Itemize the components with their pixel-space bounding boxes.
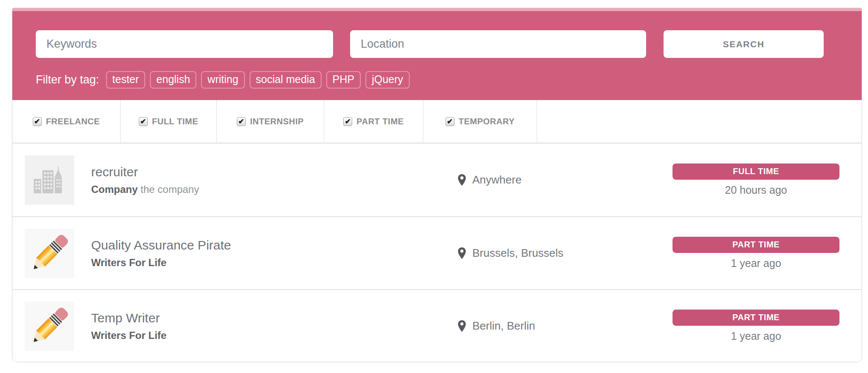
job-type-badge: PART TIME xyxy=(673,237,839,253)
posted-time: 20 hours ago xyxy=(673,184,839,196)
location-pin-icon xyxy=(457,247,466,260)
keywords-input[interactable] xyxy=(36,30,333,58)
tag-writing[interactable]: writing xyxy=(201,71,244,89)
company-name: Writers For Life xyxy=(91,330,167,341)
job-location: Anywhere xyxy=(457,173,673,186)
company-name: Writers For Life xyxy=(91,257,167,268)
location-text: Anywhere xyxy=(472,173,522,186)
job-type-temporary[interactable]: ✔ TEMPORARY xyxy=(423,100,537,143)
tag-filter-row: Filter by tag: tester english writing so… xyxy=(36,71,862,89)
checkbox-checked-icon[interactable]: ✔ xyxy=(445,117,454,126)
location-pin-icon xyxy=(457,320,466,333)
search-button[interactable]: SEARCH xyxy=(664,30,824,58)
job-company-line: Writers For Life xyxy=(91,257,457,269)
job-board: SEARCH Filter by tag: tester english wri… xyxy=(12,8,862,362)
job-type-filter-bar: ✔ FREELANCE ✔ FULL TIME ✔ INTERNSHIP ✔ P… xyxy=(12,100,862,143)
company-name: Company xyxy=(91,184,138,195)
checkbox-checked-icon[interactable]: ✔ xyxy=(139,117,148,126)
tag-php[interactable]: PHP xyxy=(326,71,361,89)
job-type-full-time[interactable]: ✔ FULL TIME xyxy=(121,100,217,143)
company-tagline: the company xyxy=(141,184,199,195)
job-listings: recruiter Company the company Anywhere F… xyxy=(12,143,862,362)
tag-jquery[interactable]: jQuery xyxy=(365,71,410,89)
job-company-line: Writers For Life xyxy=(91,330,457,341)
checkbox-checked-icon[interactable]: ✔ xyxy=(237,117,246,126)
posted-time: 1 year ago xyxy=(673,257,839,270)
job-type-internship[interactable]: ✔ INTERNSHIP xyxy=(217,100,324,143)
pencil-logo-icon xyxy=(25,229,74,278)
job-type-badge: PART TIME xyxy=(673,310,839,326)
job-row-temp-writer[interactable]: Temp Writer Writers For Life Berlin, Ber… xyxy=(12,289,862,362)
job-meta: FULL TIME 20 hours ago xyxy=(673,164,839,196)
job-text-block: Quality Assurance Pirate Writers For Lif… xyxy=(91,238,457,269)
job-row-recruiter[interactable]: recruiter Company the company Anywhere F… xyxy=(12,143,862,216)
job-text-block: Temp Writer Writers For Life xyxy=(91,311,457,341)
location-text: Berlin, Berlin xyxy=(472,319,535,333)
job-type-label: FREELANCE xyxy=(46,117,100,126)
job-title[interactable]: Quality Assurance Pirate xyxy=(91,238,457,252)
location-pin-icon xyxy=(457,174,466,186)
job-text-block: recruiter Company the company xyxy=(91,165,457,195)
job-type-part-time[interactable]: ✔ PART TIME xyxy=(324,100,423,143)
job-type-label: INTERNSHIP xyxy=(250,117,304,126)
pencil-logo-icon xyxy=(25,301,74,351)
job-type-freelance[interactable]: ✔ FREELANCE xyxy=(12,100,121,143)
filter-bar-spacer xyxy=(537,100,862,143)
tag-english[interactable]: english xyxy=(150,71,196,89)
location-input[interactable] xyxy=(350,30,646,58)
job-location: Berlin, Berlin xyxy=(457,319,673,333)
company-buildings-icon xyxy=(25,155,74,205)
location-text: Brussels, Brussels xyxy=(472,247,563,260)
search-row: SEARCH xyxy=(36,30,862,58)
checkbox-checked-icon[interactable]: ✔ xyxy=(33,117,42,126)
job-type-label: TEMPORARY xyxy=(459,117,515,126)
job-title[interactable]: Temp Writer xyxy=(91,311,457,325)
tag-tester[interactable]: tester xyxy=(106,71,146,89)
job-type-label: FULL TIME xyxy=(152,117,198,126)
filter-by-tag-label: Filter by tag: xyxy=(36,73,99,86)
job-type-label: PART TIME xyxy=(356,117,404,126)
job-title[interactable]: recruiter xyxy=(91,165,457,179)
job-meta: PART TIME 1 year ago xyxy=(673,310,839,342)
job-meta: PART TIME 1 year ago xyxy=(673,237,839,270)
checkbox-checked-icon[interactable]: ✔ xyxy=(343,117,352,126)
posted-time: 1 year ago xyxy=(673,330,839,342)
tag-social-media[interactable]: social media xyxy=(250,71,322,89)
job-location: Brussels, Brussels xyxy=(457,247,673,260)
job-type-badge: FULL TIME xyxy=(673,164,839,180)
job-row-quality-assurance-pirate[interactable]: Quality Assurance Pirate Writers For Lif… xyxy=(12,216,862,289)
job-company-line: Company the company xyxy=(91,184,457,195)
search-header: SEARCH Filter by tag: tester english wri… xyxy=(12,8,862,100)
